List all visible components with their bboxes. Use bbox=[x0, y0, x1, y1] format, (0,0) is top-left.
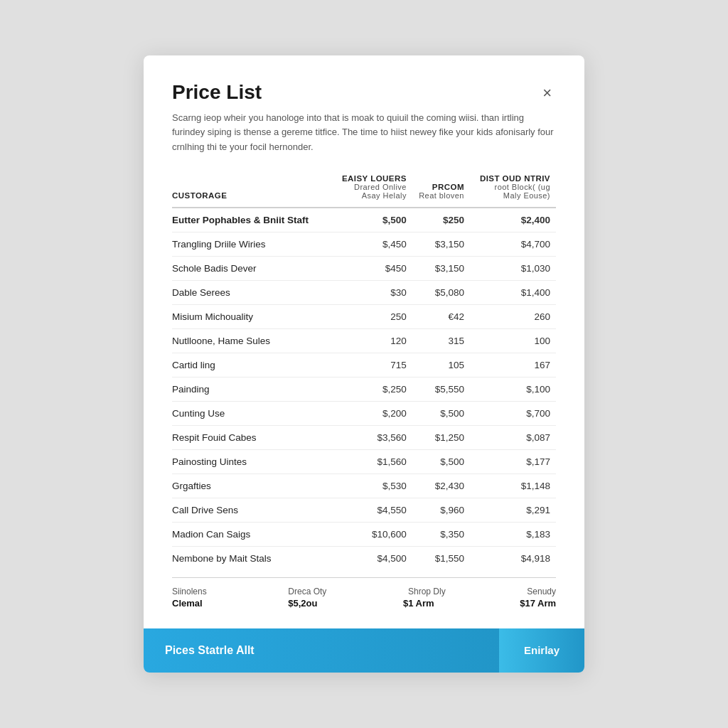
row-col2: $250 bbox=[412, 208, 470, 232]
row-col2: $5,080 bbox=[412, 280, 470, 304]
row-col1: $1,560 bbox=[333, 449, 412, 473]
row-name: Cunting Use bbox=[172, 401, 333, 425]
row-name: Painosting Uintes bbox=[172, 449, 333, 473]
row-col2: $3,150 bbox=[412, 232, 470, 256]
row-col1: $3,560 bbox=[333, 425, 412, 449]
row-col3: $,291 bbox=[470, 498, 556, 522]
table-row: Trangling Driile Wiries$,450$3,150$4,700 bbox=[172, 232, 556, 256]
row-col2: $,500 bbox=[412, 401, 470, 425]
row-col2: $3,150 bbox=[412, 256, 470, 280]
row-col3: $1,400 bbox=[470, 280, 556, 304]
modal-header: Price List × bbox=[172, 81, 556, 104]
row-col2: 315 bbox=[412, 328, 470, 353]
price-table: CUSTORAGE EAISY LOUERS Drared OnliveAsay… bbox=[172, 170, 556, 570]
footer-label1: Siinolens bbox=[172, 587, 207, 596]
table-row: Schole Badis Dever$450$3,150$1,030 bbox=[172, 256, 556, 280]
row-name: Respit Fouid Cabes bbox=[172, 425, 333, 449]
row-col2: 105 bbox=[412, 353, 470, 377]
table-row: Eutter Pophables & Bniit Staft$,500$250$… bbox=[172, 208, 556, 232]
primary-action-button[interactable]: Pices Statrle Allt bbox=[144, 628, 499, 673]
footer-label4: Senudy bbox=[527, 587, 556, 596]
row-col2: $,500 bbox=[412, 449, 470, 473]
row-col3: $4,700 bbox=[470, 232, 556, 256]
row-col2: $,960 bbox=[412, 498, 470, 522]
col-header-dist: DIST OUD NTRIV root Block( (ugMaly Eouse… bbox=[470, 170, 556, 208]
row-name: Madion Can Saigs bbox=[172, 522, 333, 546]
footer-section: Siinolens Dreca Oty Shrop Dly Senudy Cle… bbox=[172, 577, 556, 616]
table-header: CUSTORAGE EAISY LOUERS Drared OnliveAsay… bbox=[172, 170, 556, 208]
row-col3: $4,918 bbox=[470, 546, 556, 570]
row-col1: $,250 bbox=[333, 377, 412, 401]
footer-labels-row: Siinolens Dreca Oty Shrop Dly Senudy bbox=[172, 587, 556, 596]
table-row: Respit Fouid Cabes$3,560$1,250$,087 bbox=[172, 425, 556, 449]
table-row: Cunting Use$,200$,500$,700 bbox=[172, 401, 556, 425]
row-col1: 715 bbox=[333, 353, 412, 377]
row-col3: $,183 bbox=[470, 522, 556, 546]
row-col3: $,177 bbox=[470, 449, 556, 473]
table-row: Painosting Uintes$1,560$,500$,177 bbox=[172, 449, 556, 473]
table-row: Painding$,250$5,550$,100 bbox=[172, 377, 556, 401]
col-header-easy-louers: EAISY LOUERS Drared OnliveAsay Helaly bbox=[333, 170, 412, 208]
row-col2: $2,430 bbox=[412, 473, 470, 498]
row-name: Dable Serees bbox=[172, 280, 333, 304]
modal-actions: Pices Statrle Allt Enirlay bbox=[144, 628, 584, 673]
row-col3: 260 bbox=[470, 304, 556, 328]
row-name: Misium Michouality bbox=[172, 304, 333, 328]
row-col2: $1,250 bbox=[412, 425, 470, 449]
row-col1: $,450 bbox=[333, 232, 412, 256]
secondary-action-button[interactable]: Enirlay bbox=[499, 628, 584, 673]
row-col2: $,350 bbox=[412, 522, 470, 546]
row-col1: 250 bbox=[333, 304, 412, 328]
row-name: Trangling Driile Wiries bbox=[172, 232, 333, 256]
row-col2: €42 bbox=[412, 304, 470, 328]
modal-description: Scarng ieop wheir you hanologe into that… bbox=[172, 111, 556, 154]
row-col1: 120 bbox=[333, 328, 412, 353]
footer-total-label: Clemal bbox=[172, 598, 203, 609]
footer-label2: Dreca Oty bbox=[288, 587, 326, 596]
row-name: Schole Badis Dever bbox=[172, 256, 333, 280]
table-row: Nembone by Mait Stals$4,500$1,550$4,918 bbox=[172, 546, 556, 570]
row-col1: $450 bbox=[333, 256, 412, 280]
footer-total2: $1 Arm bbox=[403, 598, 434, 609]
footer-total1: $5,2ou bbox=[288, 598, 317, 609]
row-col3: $1,148 bbox=[470, 473, 556, 498]
row-col3: 167 bbox=[470, 353, 556, 377]
row-name: Nembone by Mait Stals bbox=[172, 546, 333, 570]
row-col2: $1,550 bbox=[412, 546, 470, 570]
row-name: Eutter Pophables & Bniit Staft bbox=[172, 208, 333, 232]
footer-totals-row: Clemal $5,2ou $1 Arm $17 Arm bbox=[172, 598, 556, 609]
col-header-prcom: PRCOM Reat bloven bbox=[412, 170, 470, 208]
table-row: Nutlloone, Hame Sules120315100 bbox=[172, 328, 556, 353]
row-col1: $4,550 bbox=[333, 498, 412, 522]
row-col1: $4,500 bbox=[333, 546, 412, 570]
row-col3: $2,400 bbox=[470, 208, 556, 232]
row-col3: 100 bbox=[470, 328, 556, 353]
row-col3: $1,030 bbox=[470, 256, 556, 280]
row-col3: $,087 bbox=[470, 425, 556, 449]
table-row: Madion Can Saigs$10,600$,350$,183 bbox=[172, 522, 556, 546]
row-col1: $10,600 bbox=[333, 522, 412, 546]
table-row: Call Drive Sens$4,550$,960$,291 bbox=[172, 498, 556, 522]
col-header-name: CUSTORAGE bbox=[172, 170, 333, 208]
row-col1: $,500 bbox=[333, 208, 412, 232]
row-col3: $,100 bbox=[470, 377, 556, 401]
row-name: Grgafties bbox=[172, 473, 333, 498]
row-col1: $,530 bbox=[333, 473, 412, 498]
row-col1: $30 bbox=[333, 280, 412, 304]
row-name: Nutlloone, Hame Sules bbox=[172, 328, 333, 353]
row-col1: $,200 bbox=[333, 401, 412, 425]
table-row: Grgafties$,530$2,430$1,148 bbox=[172, 473, 556, 498]
table-body: Eutter Pophables & Bniit Staft$,500$250$… bbox=[172, 208, 556, 570]
footer-total3: $17 Arm bbox=[520, 598, 556, 609]
row-name: Call Drive Sens bbox=[172, 498, 333, 522]
table-row: Misium Michouality250€42260 bbox=[172, 304, 556, 328]
footer-label3: Shrop Dly bbox=[408, 587, 446, 596]
row-name: Painding bbox=[172, 377, 333, 401]
price-list-modal: Price List × Scarng ieop wheir you hanol… bbox=[144, 55, 584, 672]
close-button[interactable]: × bbox=[538, 82, 556, 104]
row-col3: $,700 bbox=[470, 401, 556, 425]
modal-title: Price List bbox=[172, 81, 262, 104]
row-name: Cartid ling bbox=[172, 353, 333, 377]
table-row: Cartid ling715105167 bbox=[172, 353, 556, 377]
row-col2: $5,550 bbox=[412, 377, 470, 401]
